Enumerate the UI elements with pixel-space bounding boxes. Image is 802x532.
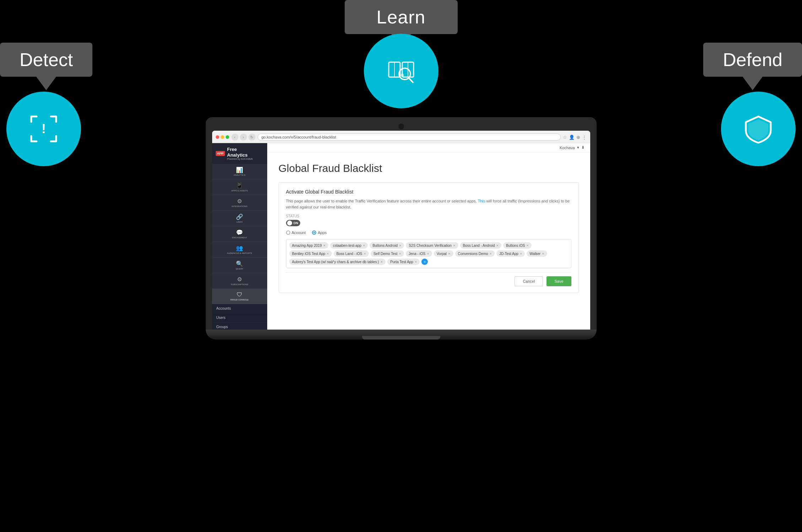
sidebar-item-analytics[interactable]: 📊 ANALYTICS	[212, 164, 267, 179]
tag-label: Self Demo Test	[373, 252, 398, 256]
tag-remove[interactable]: ×	[323, 243, 325, 248]
menu-icon: ⋮	[582, 135, 587, 140]
tag-item: Self Demo Test×	[371, 250, 404, 257]
tag-label: Conversions Demo	[458, 252, 488, 256]
browser-chrome: ‹ › ↻ go.kochava.com/v/5/account/fraud-b…	[212, 131, 590, 143]
tag-remove[interactable]: ×	[427, 251, 429, 256]
engagement-icon: 💬	[236, 229, 243, 236]
url-bar[interactable]: go.kochava.com/v/5/account/fraud-blackli…	[258, 134, 561, 141]
section-description: This page allows the user to enable the …	[286, 198, 571, 210]
tag-label: Boss Land - Android	[463, 244, 495, 248]
radio-account[interactable]: Account	[286, 230, 306, 235]
radio-account-label: Account	[292, 230, 306, 235]
laptop: ‹ › ↻ go.kochava.com/v/5/account/fraud-b…	[206, 117, 597, 340]
audiences-label: AUDIENCES & REPORTS	[227, 252, 252, 254]
sidebar-item-accounts[interactable]: Accounts	[212, 304, 267, 313]
tag-remove[interactable]: ×	[448, 251, 450, 256]
apps-icon: 📱	[236, 182, 243, 189]
tag-item: Boss Land - iOS×	[334, 250, 369, 257]
fraud-blacklist-section: Activate Global Fraud Blacklist This pag…	[279, 182, 579, 293]
sidebar-item-apps-assets[interactable]: 📱 APPS & ASSETS	[212, 179, 267, 195]
forward-button[interactable]: ›	[240, 134, 247, 141]
query-icon: 🔍	[236, 260, 243, 267]
integrations-label: INTEGRATIONS	[232, 205, 248, 207]
tag-remove[interactable]: ×	[399, 243, 401, 248]
maximize-dot[interactable]	[226, 135, 229, 139]
back-button[interactable]: ‹	[231, 134, 238, 141]
tag-remove[interactable]: ×	[490, 251, 492, 256]
radio-apps-circle	[312, 230, 316, 235]
detect-label: Detect	[0, 43, 92, 77]
tag-remove[interactable]: ×	[542, 251, 544, 256]
tag-remove[interactable]: ×	[496, 243, 499, 248]
save-button[interactable]: Save	[547, 276, 571, 286]
sidebar-item-integrations[interactable]: ⚙ INTEGRATIONS	[212, 195, 267, 211]
sidebar-item-groups[interactable]: Groups	[212, 322, 267, 330]
detect-badge: Detect	[0, 43, 92, 90]
learn-label: Learn	[345, 0, 458, 34]
tag-remove[interactable]: ×	[415, 260, 417, 264]
tag-remove[interactable]: ×	[453, 243, 455, 248]
browser-navigation: ‹ › ↻	[231, 134, 255, 141]
tag-item: Conversions Demo×	[455, 250, 495, 257]
sidebar-item-links[interactable]: 🔗 LINKS	[212, 211, 267, 226]
tag-item: S2S Checksum Verification×	[406, 242, 458, 249]
tag-label: Walker	[529, 252, 540, 256]
tag-label: Buttons iOS	[506, 244, 525, 248]
tag-remove[interactable]: ×	[399, 251, 401, 256]
section-title: Activate Global Fraud Blacklist	[286, 189, 571, 195]
svg-text:!: !	[42, 121, 46, 136]
sidebar-item-fraud[interactable]: 🛡 FRAUD CONSOLE	[212, 289, 267, 304]
tag-remove[interactable]: ×	[364, 251, 366, 256]
tag-item: Vorpal×	[434, 250, 453, 257]
links-icon: 🔗	[236, 213, 243, 220]
page-title: Global Fraud Blacklist	[279, 162, 579, 174]
desc-link[interactable]: This	[478, 199, 485, 203]
toggle-knob	[287, 221, 292, 226]
window-controls	[216, 135, 229, 139]
tag-item: Walker×	[527, 250, 547, 257]
username-label: Kochava	[560, 146, 575, 150]
tag-remove[interactable]: ×	[363, 243, 365, 248]
fraud-icon: 🛡	[237, 292, 242, 298]
settings-icon: ⊕	[576, 135, 580, 140]
links-label: LINKS	[236, 221, 242, 223]
laptop-screen: ‹ › ↻ go.kochava.com/v/5/account/fraud-b…	[212, 131, 590, 330]
toggle-switch[interactable]: ON	[286, 220, 301, 226]
tag-label: Purta Test App	[390, 260, 413, 264]
sidebar-item-subscriptions[interactable]: ⚙ SUBSCRIPTIONS	[212, 273, 267, 289]
tag-remove[interactable]: ×	[526, 243, 528, 248]
tag-item: JD-Test App×	[496, 250, 525, 257]
defend-badge: Defend	[703, 43, 802, 90]
audiences-icon: 👥	[236, 245, 243, 251]
header-user: Kochava ▾ ⬇	[560, 145, 585, 150]
add-tag-button[interactable]: +	[421, 259, 428, 265]
tag-remove[interactable]: ×	[520, 251, 522, 256]
refresh-button[interactable]: ↻	[248, 134, 255, 141]
tag-item: Aubrey's Test App (w/ naä*y chars & arch…	[289, 259, 386, 265]
analytics-label: ANALYTICS	[234, 174, 246, 176]
minimize-dot[interactable]	[221, 135, 224, 139]
sidebar-item-audiences[interactable]: 👥 AUDIENCES & REPORTS	[212, 242, 267, 257]
svg-point-6	[400, 74, 404, 77]
integrations-icon: ⚙	[237, 198, 242, 205]
cancel-button[interactable]: Cancel	[515, 276, 543, 286]
fraud-label: FRAUD CONSOLE	[230, 299, 249, 301]
sidebar-item-engagement[interactable]: 💬 ENGAGEMENT	[212, 226, 267, 242]
tag-item: Buttons Android×	[370, 242, 404, 249]
tag-remove[interactable]: ×	[381, 260, 383, 264]
download-icon[interactable]: ⬇	[581, 145, 585, 150]
close-dot[interactable]	[216, 135, 219, 139]
tag-label: S2S Checksum Verification	[409, 244, 452, 248]
radio-apps[interactable]: Apps	[312, 230, 327, 235]
tag-item: Jena - iOS×	[406, 250, 432, 257]
sidebar-logo: APP FreeAnalytics Powered by KOCHAVA	[212, 143, 267, 164]
sidebar-item-query[interactable]: 🔍 QUERY	[212, 257, 267, 273]
toggle-text: ON	[294, 221, 298, 225]
tag-remove[interactable]: ×	[327, 251, 329, 256]
sidebar-item-users[interactable]: Users	[212, 313, 267, 322]
chevron-down-icon: ▾	[577, 145, 579, 150]
logo-title: FreeAnalytics	[227, 147, 253, 158]
sidebar: APP FreeAnalytics Powered by KOCHAVA 📊 A…	[212, 143, 267, 330]
tag-label: Jena - iOS	[409, 252, 425, 256]
